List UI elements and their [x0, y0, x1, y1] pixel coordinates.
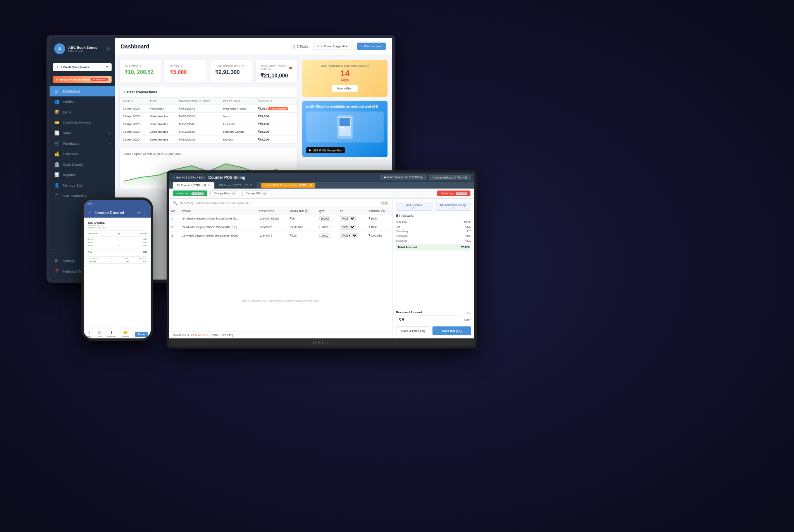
chevron-right-icon: ›: [109, 131, 110, 135]
nav-hint: [CTRL + DELETE] Use UP and DOWN ↕ arrow …: [169, 270, 393, 332]
cash-bank-value: ₹21,10,000: [260, 72, 293, 79]
settings-icon[interactable]: ⚙: [106, 46, 110, 51]
edit-icon[interactable]: ✏: [138, 211, 141, 215]
play-icon: ▶: [309, 149, 311, 152]
qty-input[interactable]: [319, 225, 331, 229]
app-mockup: [306, 112, 384, 142]
store-name: ABC Book Stores: [68, 46, 97, 50]
mobile-action-icons: ✏ ⋮: [138, 211, 147, 215]
share-suggestion-button[interactable]: + + Share Suggestion: [313, 43, 352, 50]
create-invoice-button[interactable]: + + Create Sales Invoice ▾: [53, 63, 112, 71]
qty-input[interactable]: [319, 216, 331, 221]
pos-tabs: Bill Screen 1 [CTRL + 1] ✕ Bill Screen 2…: [169, 182, 474, 189]
pos-titlebar: ← Exit POS [CTRL + ESC] Counter POS Bill…: [169, 173, 474, 182]
tab-bill-screen-2[interactable]: Bill Screen 2 [CTRL + 2] ✕: [215, 182, 257, 189]
change-qty-button[interactable]: Change QTY Q: [242, 190, 270, 196]
invoice-lines: Item NameQtyAmount Book 12₹200 Book 21₹1…: [88, 232, 147, 253]
more-icon[interactable]: ⋮: [143, 211, 147, 215]
tab-bill-screen-1[interactable]: Bill Screen 1 [CTRL + 1] ✕: [173, 182, 214, 189]
items-table: NO ITEMS ITEM CODE RATE/ITEM (₹) QTY SP …: [169, 208, 393, 240]
counter-settings-button[interactable]: Counter Settings [CTRL + S]: [429, 175, 470, 180]
bill-total-row: Total Amount ₹3120: [396, 244, 471, 251]
delete-item-button[interactable]: Delete item DELETE: [437, 190, 470, 196]
qty-input[interactable]: [319, 233, 331, 238]
sidebar-item-purchases[interactable]: 🛒 Purchases ›: [50, 138, 115, 149]
sidebar-header: A ABC Book Stores 9658751238 ⚙: [50, 38, 115, 60]
sidebar-item-smartcollect[interactable]: 💳 SmartCollect Payments: [50, 117, 115, 128]
sidebar-item-parties[interactable]: 👥 Parties: [50, 96, 115, 107]
to-collect-value: ₹10, 200.52: [124, 69, 157, 75]
stats-row: To Collect ↓ ₹10, 200.52 To Pay ↑ ₹5,000: [119, 60, 298, 83]
col-rate: RATE/ITEM (₹): [288, 208, 317, 215]
sidebar-item-manage-staff[interactable]: 👤 Manage Staff: [50, 180, 115, 190]
chevron-right-icon: ›: [109, 142, 110, 145]
transactions-title: Latest Transactions: [120, 87, 297, 98]
close-tab2-icon[interactable]: ✕: [250, 184, 253, 187]
plus-icon: +: [317, 45, 319, 48]
unit-select[interactable]: PCS: [340, 225, 356, 230]
sidebar-item-sales[interactable]: 📈 Sales ›: [50, 128, 115, 138]
trial-text: Your myBillBook trial period ends in: [307, 64, 383, 68]
back-button[interactable]: ←: [88, 210, 92, 215]
change-price-button[interactable]: Change Price P: [210, 190, 239, 196]
buy-plan-button[interactable]: Buy a Plan: [332, 85, 358, 92]
bill-carrybag-row: Carry bag ₹10: [396, 229, 471, 234]
payment-button[interactable]: 💳 Payment: [122, 331, 129, 338]
sidebar-item-expenses[interactable]: 💰 Expenses: [50, 149, 115, 159]
sales-icon: 📈: [54, 130, 60, 136]
explore-banner[interactable]: 🏷 Explore Plans & Prices 14 Days Left: [53, 76, 112, 83]
save-bill-button[interactable]: Save Bill [F7]: [432, 326, 471, 335]
tasks-indicator[interactable]: 📋 2 Tasks: [291, 45, 308, 48]
sidebar-item-cash-bank[interactable]: 🏦 Cash & bank: [50, 159, 115, 170]
invoice-line: Book 21₹150: [88, 241, 147, 244]
mobile-status-bar: 9:41: [84, 200, 151, 208]
sidebar-item-reports[interactable]: 📊 Reports: [50, 170, 115, 180]
sidebar-item-dashboard[interactable]: ⊞ Dashboard: [50, 86, 115, 96]
unit-select[interactable]: PCS ▾: [340, 233, 358, 238]
stat-cash-bank: Total Cash + Bank Balance 👜 ₹21,10,000: [255, 60, 298, 83]
unit-select[interactable]: PCS: [340, 216, 356, 221]
col-item-code: ITEM CODE: [257, 208, 288, 215]
done-button[interactable]: Done: [135, 332, 148, 337]
stat-to-pay: To Pay ↑ ₹5,000: [165, 60, 207, 83]
chart-title: Sales Report 12 Mar 2020 to 19 Mar 2020: [124, 152, 293, 156]
item-search-input[interactable]: [180, 201, 378, 205]
received-amount-input[interactable]: [396, 316, 462, 323]
app-promo-title: myBillBook is available on android and i…: [306, 105, 384, 108]
sidebar-item-items[interactable]: 📦 Items: [50, 107, 115, 117]
pos-right-actions: Add Discount [F3] Add Additional Charge …: [396, 202, 471, 211]
col-no: NO: [169, 208, 180, 215]
mobile-phone: 9:41 ← Invoice Created ✏ ⋮ TAX INVOICE A…: [81, 197, 153, 341]
bill-tax-row: Tax ₹120: [396, 225, 471, 229]
payment-icon: 💳: [123, 331, 127, 335]
download-button[interactable]: ⬇ Download: [107, 331, 116, 338]
google-play-button[interactable]: ▶ GET IT ON Google Play: [306, 147, 345, 153]
close-tab1-icon[interactable]: ✕: [207, 184, 210, 187]
print-button[interactable]: 🖨 Print: [97, 331, 101, 338]
received-shortcut: [F4]: [467, 312, 471, 314]
col-items: ITEMS: [180, 208, 257, 215]
add-discount-button[interactable]: Add Discount [F3]: [396, 202, 432, 211]
watch-tutorial-button[interactable]: ▶ Watch how to use POS Billing: [381, 175, 426, 180]
share-button[interactable]: ↗ Share: [86, 331, 91, 338]
clear-all-button[interactable]: Clear all Items: [191, 334, 208, 336]
col-type: TYPE: [146, 98, 175, 105]
dell-monitor: ← Exit POS [CTRL + ESC] Counter POS Bill…: [167, 170, 477, 348]
avatar: A: [54, 43, 65, 54]
stat-total-transactions: Total Transactions ⇄ ₹2,91,300: [210, 60, 252, 83]
new-item-button[interactable]: + New Item CTRL + N: [173, 190, 207, 196]
mobile-topbar: ← Invoice Created ✏ ⋮: [84, 208, 151, 218]
invoice-total: Total₹800: [88, 251, 147, 253]
search-shortcut: [F1]: [380, 201, 389, 205]
bill-transport-row: Transport ₹100: [396, 234, 471, 239]
add-additional-charge-button[interactable]: Add Additional Charge [F4]: [435, 202, 471, 211]
exit-pos-btn[interactable]: ← Exit POS [CTRL + ESC]: [173, 176, 205, 179]
svg-rect-3: [339, 127, 344, 128]
share-icon: ↗: [88, 331, 91, 335]
pos-body: 🔍 [F1] NO ITEMS ITEM CODE: [169, 199, 474, 338]
search-icon: 🔍: [173, 201, 177, 205]
total-transactions-value: ₹2,91,300: [215, 69, 247, 75]
chat-support-button[interactable]: + Chat support: [357, 43, 386, 50]
save-print-button[interactable]: Save & Print [F6]: [396, 326, 430, 335]
hold-bill-button[interactable]: + Hold Bill & Create Another [CTRL + 3]: [261, 183, 315, 188]
